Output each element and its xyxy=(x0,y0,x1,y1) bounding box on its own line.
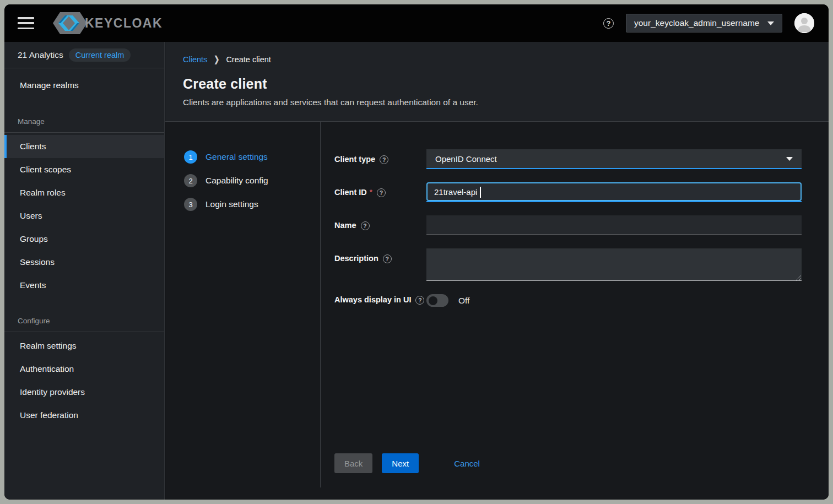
page-subtitle: Clients are applications and services th… xyxy=(183,97,811,107)
client-id-input[interactable] xyxy=(426,182,802,201)
create-client-form: Client type OpenID Connect Client ID xyxy=(320,122,829,487)
realm-selector[interactable]: 21 Analytics Current realm xyxy=(4,42,164,68)
sidebar-item-label: Clients xyxy=(20,142,46,151)
help-icon[interactable] xyxy=(377,188,386,197)
help-icon[interactable] xyxy=(361,221,370,230)
user-menu-dropdown[interactable]: your_keycloak_admin_username xyxy=(626,14,782,32)
main-content: Clients ❯ Create client Create client Cl… xyxy=(165,42,829,500)
name-input[interactable] xyxy=(426,215,802,235)
masthead: KEYCLOAK ? your_keycloak_admin_username xyxy=(4,4,829,42)
client-type-row: Client type OpenID Connect xyxy=(334,149,802,169)
sidebar-item-label: Manage realms xyxy=(20,80,79,90)
client-type-select[interactable]: OpenID Connect xyxy=(426,149,802,169)
help-icon[interactable] xyxy=(383,254,392,263)
breadcrumb: Clients ❯ Create client xyxy=(183,55,811,64)
step-number-badge: 2 xyxy=(184,174,197,187)
step-label: Capability config xyxy=(205,176,268,186)
step-number-badge: 3 xyxy=(184,198,197,211)
wizard-step-general-settings[interactable]: 1 General settings xyxy=(184,150,320,164)
user-avatar-icon xyxy=(794,13,814,33)
help-icon[interactable] xyxy=(415,296,424,305)
toggle-state-label: Off xyxy=(458,296,469,306)
wizard-step-capability-config[interactable]: 2 Capability config xyxy=(184,174,320,187)
help-icon[interactable]: ? xyxy=(603,18,614,29)
client-id-row: Client ID xyxy=(334,182,802,202)
always-display-label: Always display in UI xyxy=(334,295,411,304)
sidebar-item-authentication[interactable]: Authentication xyxy=(4,357,164,381)
wizard-steps: 1 General settings 2 Capability config 3… xyxy=(165,122,320,499)
keycloak-logo-icon xyxy=(52,9,88,37)
hamburger-menu-icon[interactable] xyxy=(18,17,34,29)
sidebar-item-label: Client scopes xyxy=(20,165,71,175)
page-title: Create client xyxy=(183,76,811,92)
sidebar-item-events[interactable]: Events xyxy=(4,274,164,297)
current-realm-badge: Current realm xyxy=(69,48,131,62)
name-row: Name xyxy=(334,215,802,235)
sidebar-item-sessions[interactable]: Sessions xyxy=(4,251,164,274)
breadcrumb-current: Create client xyxy=(226,55,271,64)
help-icon[interactable] xyxy=(380,155,388,164)
sidebar-item-label: Realm roles xyxy=(20,188,66,198)
username-label: your_keycloak_admin_username xyxy=(634,18,759,28)
keycloak-logo: KEYCLOAK xyxy=(52,9,163,37)
text-cursor xyxy=(480,187,481,198)
sidebar-item-label: User federation xyxy=(20,410,78,420)
toggle-knob xyxy=(429,296,437,305)
avatar[interactable] xyxy=(794,13,814,33)
sidebar-item-label: Sessions xyxy=(20,257,55,267)
description-row: Description xyxy=(334,248,802,281)
sidebar: 21 Analytics Current realm Manage realms… xyxy=(4,42,165,500)
sidebar-item-clients[interactable]: Clients xyxy=(4,135,164,158)
back-button[interactable]: Back xyxy=(334,453,372,473)
keycloak-admin-window: KEYCLOAK ? your_keycloak_admin_username … xyxy=(4,4,829,500)
caret-down-icon xyxy=(786,157,793,161)
step-number-badge: 1 xyxy=(184,150,197,164)
sidebar-group-manage: Manage xyxy=(4,117,164,126)
sidebar-item-label: Authentication xyxy=(20,364,74,374)
sidebar-item-client-scopes[interactable]: Client scopes xyxy=(4,158,164,181)
client-type-label: Client type xyxy=(334,155,375,164)
sidebar-item-groups[interactable]: Groups xyxy=(4,227,164,251)
sidebar-item-label: Users xyxy=(20,211,42,221)
wizard-actions: Back Next Cancel xyxy=(334,453,802,473)
breadcrumb-separator-icon: ❯ xyxy=(214,55,219,64)
sidebar-item-user-federation[interactable]: User federation xyxy=(4,404,164,427)
name-label: Name xyxy=(334,221,356,230)
sidebar-item-label: Groups xyxy=(20,234,48,244)
step-label: General settings xyxy=(205,152,268,162)
caret-down-icon xyxy=(767,21,774,25)
next-button[interactable]: Next xyxy=(382,453,419,473)
sidebar-item-users[interactable]: Users xyxy=(4,204,164,227)
sidebar-item-label: Events xyxy=(20,280,46,290)
sidebar-item-realm-settings[interactable]: Realm settings xyxy=(4,334,164,357)
sidebar-item-realm-roles[interactable]: Realm roles xyxy=(4,181,164,204)
description-label: Description xyxy=(334,254,378,263)
realm-name: 21 Analytics xyxy=(18,50,63,60)
brand-name: KEYCLOAK xyxy=(85,16,163,31)
always-display-toggle[interactable] xyxy=(426,294,448,307)
always-display-row: Always display in UI Off xyxy=(334,294,802,307)
sidebar-item-manage-realms[interactable]: Manage realms xyxy=(4,73,164,97)
step-label: Login settings xyxy=(205,199,258,209)
breadcrumb-link-clients[interactable]: Clients xyxy=(183,55,207,64)
description-textarea[interactable] xyxy=(426,248,802,281)
client-type-selected-value: OpenID Connect xyxy=(435,154,497,164)
sidebar-item-label: Identity providers xyxy=(20,387,85,397)
sidebar-item-label: Realm settings xyxy=(20,341,77,351)
page-header: Clients ❯ Create client Create client Cl… xyxy=(165,42,829,122)
cancel-button[interactable]: Cancel xyxy=(454,453,480,473)
sidebar-group-configure: Configure xyxy=(4,317,164,325)
wizard-step-login-settings[interactable]: 3 Login settings xyxy=(184,198,320,211)
sidebar-item-identity-providers[interactable]: Identity providers xyxy=(4,381,164,404)
client-id-label: Client ID xyxy=(334,188,372,197)
